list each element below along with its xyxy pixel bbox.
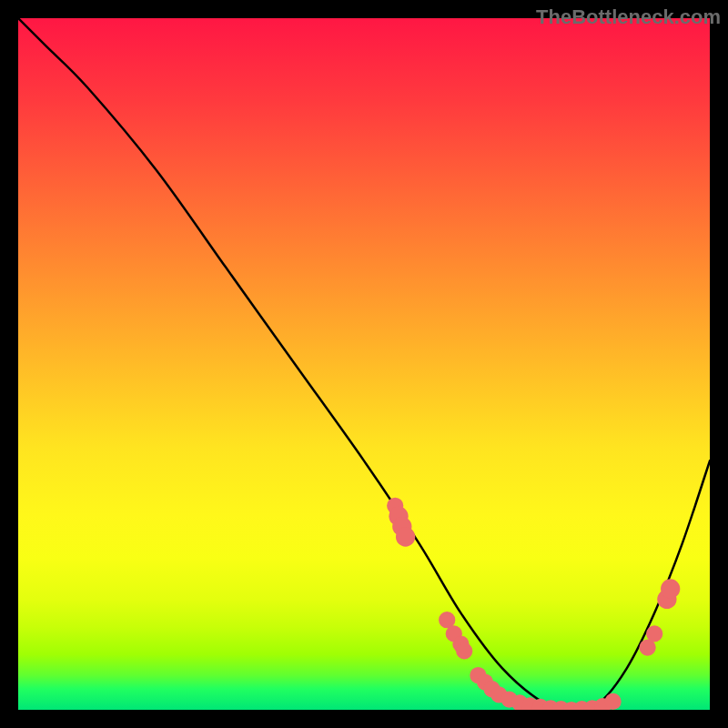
watermark-text: TheBottleneck.com: [536, 5, 721, 29]
chart-container: [18, 18, 710, 710]
chart-gradient-background: [18, 18, 710, 710]
